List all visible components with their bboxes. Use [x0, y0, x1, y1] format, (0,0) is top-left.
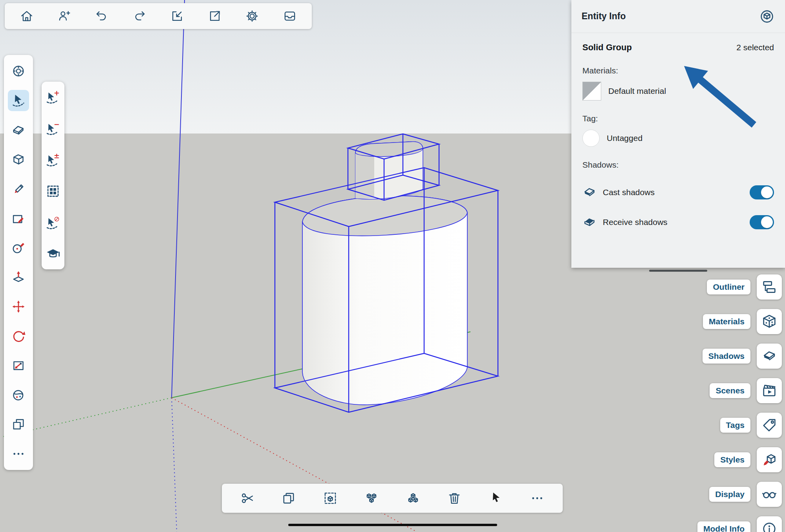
more-tools-button[interactable]	[8, 443, 29, 464]
share-button[interactable]	[205, 7, 224, 26]
arrow-in-box-icon	[170, 9, 184, 23]
redo-button[interactable]	[130, 7, 149, 26]
panel-shortcut-tags: Tags	[720, 413, 782, 438]
panel-resize-handle[interactable]	[649, 270, 707, 272]
pushpull-icon	[11, 270, 26, 284]
receive-shadows-toggle[interactable]	[750, 215, 774, 229]
selection-count: 2 selected	[736, 43, 774, 52]
rectangle-tool[interactable]	[8, 208, 29, 229]
cut-button[interactable]	[237, 488, 258, 508]
cursor-dark-icon	[489, 491, 503, 505]
select-none-icon	[46, 215, 60, 230]
compass-icon	[11, 64, 26, 78]
select-plusminus-icon: ±	[46, 152, 60, 167]
select-icon	[11, 93, 26, 108]
pushpull-tool[interactable]	[8, 267, 29, 288]
move-icon	[11, 300, 26, 314]
section-icon	[11, 358, 26, 373]
shadows-label: Shadows:	[582, 160, 774, 170]
material-swatch[interactable]	[582, 82, 601, 101]
materials-label: Materials:	[582, 66, 774, 75]
context-toolbar	[222, 484, 563, 513]
toggle-knob	[761, 216, 773, 228]
glasses-icon[interactable]	[757, 482, 782, 507]
select-subtract[interactable]: −	[44, 119, 62, 137]
entity-info-panel: Entity Info Solid Group 2 selected Mater…	[571, 0, 785, 268]
add-collaborator-button[interactable]	[55, 7, 74, 26]
tag-color-swatch[interactable]	[582, 130, 600, 147]
entity-info-header: Entity Info	[571, 0, 785, 33]
copy-button[interactable]	[278, 488, 299, 508]
material-row[interactable]: Default material	[582, 82, 774, 101]
eraser-tool[interactable]	[8, 119, 29, 141]
select-tool[interactable]	[8, 90, 29, 111]
svg-text:+: +	[54, 90, 60, 97]
clapper-icon[interactable]	[757, 378, 782, 403]
panel-label-tags[interactable]: Tags	[720, 418, 750, 433]
cast-shadows-row: Cast shadows	[582, 185, 774, 199]
move-tool[interactable]	[8, 296, 29, 317]
select-pointer-button[interactable]	[486, 488, 506, 508]
panel-label-shadows[interactable]: Shadows	[703, 349, 750, 364]
rect-pencil-icon	[11, 211, 26, 225]
home-indicator[interactable]	[288, 524, 497, 526]
outliner-icon[interactable]	[757, 274, 782, 300]
panel-label-styles[interactable]: Styles	[714, 452, 750, 467]
select-all-icon	[46, 184, 60, 199]
solid-tools-button[interactable]	[403, 488, 423, 508]
panel-label-materials[interactable]: Materials	[703, 314, 750, 329]
home-button[interactable]	[17, 7, 36, 26]
shadow-box-icon[interactable]	[757, 344, 782, 369]
select-minus-icon: −	[46, 121, 60, 136]
line-tool[interactable]	[8, 178, 29, 199]
panel-label-outliner[interactable]: Outliner	[707, 280, 750, 294]
help-cube-icon[interactable]	[759, 9, 775, 24]
tag-icon[interactable]	[757, 413, 782, 438]
copy-tool[interactable]	[8, 414, 29, 435]
circle-tool[interactable]	[8, 237, 29, 258]
panel-label-display[interactable]: Display	[709, 487, 750, 502]
select-tutorial[interactable]	[44, 245, 62, 263]
styles-cube-icon[interactable]	[757, 447, 782, 472]
select-invert[interactable]: ±	[44, 151, 62, 169]
select-none[interactable]	[44, 214, 62, 232]
paint-tool[interactable]	[8, 384, 29, 406]
sketchup-app: +−± Entity Info Solid Group 2 selected M…	[0, 0, 785, 532]
paste-cube-icon	[323, 491, 337, 505]
entity-type: Solid Group	[582, 42, 632, 53]
rotate-tool[interactable]	[8, 325, 29, 347]
panel-label-scenes[interactable]: Scenes	[710, 383, 750, 398]
svg-text:±: ±	[54, 152, 60, 160]
paste-button[interactable]	[320, 488, 340, 508]
copy-doc-icon	[282, 491, 296, 505]
group-button[interactable]	[361, 488, 382, 508]
shapes-tool[interactable]	[8, 149, 29, 170]
copy-stack-icon	[11, 417, 26, 431]
dice-icon[interactable]	[757, 309, 782, 334]
select-add[interactable]: +	[44, 88, 62, 106]
undo-icon	[95, 9, 108, 23]
delete-button[interactable]	[444, 488, 465, 508]
eraser-icon	[11, 123, 26, 137]
panel-label-model-info[interactable]: Model Info	[697, 521, 750, 532]
material-name: Default material	[608, 86, 666, 96]
select-all[interactable]	[44, 182, 62, 200]
cube-tool-icon	[11, 152, 26, 166]
cast-shadows-toggle[interactable]	[750, 185, 774, 199]
selection-summary: Solid Group 2 selected	[582, 42, 774, 53]
panel-shortcut-styles: Styles	[714, 447, 782, 472]
pencil-icon	[11, 182, 26, 196]
settings-button[interactable]	[243, 7, 262, 26]
compass-button[interactable]	[8, 60, 29, 82]
undo-button[interactable]	[92, 7, 111, 26]
panel-shortcut-display: Display	[709, 482, 782, 507]
more-actions-button[interactable]	[527, 488, 547, 508]
tag-row[interactable]: Untagged	[582, 130, 774, 147]
import-button[interactable]	[168, 7, 187, 26]
select-tool-flyout: +−±	[42, 82, 64, 269]
drawer-button[interactable]	[280, 7, 299, 26]
info-circle-icon[interactable]	[757, 516, 782, 532]
toggle-knob	[761, 186, 773, 198]
section-tool[interactable]	[8, 355, 29, 376]
tag-name: Untagged	[607, 133, 642, 143]
